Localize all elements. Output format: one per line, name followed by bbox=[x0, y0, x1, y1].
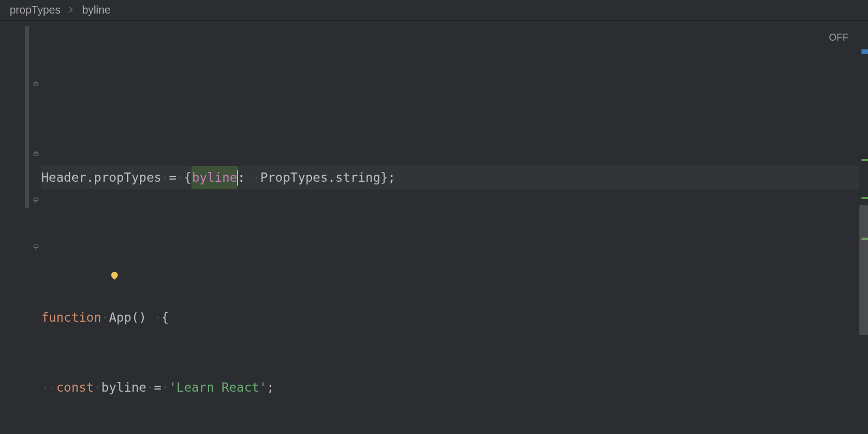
fold-collapse-icon[interactable] bbox=[31, 149, 40, 158]
breadcrumb-part-byline[interactable]: byline bbox=[82, 4, 110, 16]
gutter bbox=[0, 21, 41, 434]
change-marker bbox=[25, 26, 29, 208]
scroll-marker bbox=[861, 159, 868, 161]
code-line: Header.propTypes·=·{byline: ·PropTypes.s… bbox=[41, 166, 868, 189]
off-toggle[interactable]: OFF bbox=[829, 26, 848, 49]
code-line bbox=[41, 96, 868, 119]
chevron-right-icon bbox=[69, 6, 73, 15]
svg-rect-5 bbox=[113, 278, 116, 279]
code-line: ··const·byline·=·'Learn React'; bbox=[41, 376, 868, 399]
fold-expand-icon[interactable] bbox=[31, 196, 40, 205]
code-line bbox=[41, 236, 868, 259]
svg-point-4 bbox=[111, 272, 118, 278]
scroll-marker bbox=[861, 49, 868, 54]
lightbulb-icon[interactable] bbox=[49, 242, 60, 253]
code-area[interactable]: OFF Header.propTypes·=·{byline: ·PropTyp… bbox=[41, 21, 868, 434]
code-editor[interactable]: OFF Header.propTypes·=·{byline: ·PropTyp… bbox=[0, 21, 868, 434]
scrollbar[interactable] bbox=[859, 21, 868, 434]
fold-expand-icon[interactable] bbox=[31, 242, 40, 251]
scroll-marker bbox=[861, 197, 868, 199]
breadcrumb[interactable]: propTypes byline bbox=[0, 0, 868, 21]
breadcrumb-part-proptypes[interactable]: propTypes bbox=[10, 4, 60, 16]
scroll-thumb[interactable] bbox=[859, 205, 868, 335]
fold-collapse-icon[interactable] bbox=[31, 79, 40, 88]
code-line: function·App() ·{ bbox=[41, 306, 868, 329]
